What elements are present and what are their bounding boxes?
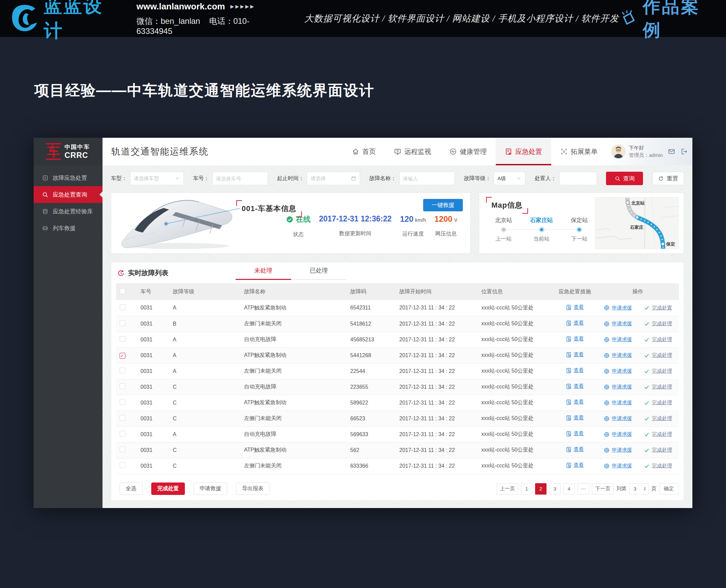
view-link[interactable]: 查看 <box>566 462 584 468</box>
request-rescue-link[interactable]: 申请求援 <box>612 415 632 422</box>
row-checkbox[interactable] <box>120 383 125 389</box>
cell-fault-name: 自动充电故障 <box>238 379 346 395</box>
tab-已处理[interactable]: 已处理 <box>291 267 347 280</box>
complete-link[interactable]: 完成处理 <box>652 352 672 358</box>
request-rescue-link[interactable]: 申请求援 <box>612 305 632 311</box>
view-link[interactable]: 查看 <box>566 320 584 326</box>
row-checkbox[interactable] <box>120 320 125 326</box>
page-2-button[interactable]: 2 <box>535 483 546 495</box>
view-link[interactable]: 查看 <box>566 304 584 311</box>
one-key-rescue-button[interactable]: 一键救援 <box>423 199 463 211</box>
page-3-button[interactable]: 3 <box>549 483 561 495</box>
cell-location: xxx站-ccc站 50公里处 <box>477 395 553 411</box>
tab-未处理[interactable]: 未处理 <box>235 267 291 280</box>
logout-icon[interactable] <box>680 148 688 155</box>
mail-icon[interactable] <box>668 148 675 155</box>
nav-item-label: 应急处置 <box>515 147 542 156</box>
view-link[interactable]: 查看 <box>566 399 584 405</box>
row-checkbox[interactable] <box>120 431 125 437</box>
complete-link[interactable]: 完成处理 <box>652 415 672 422</box>
complete-link[interactable]: 完成处理 <box>652 447 672 453</box>
row-checkbox[interactable] <box>120 462 125 468</box>
ring-icon <box>604 337 610 343</box>
row-checkbox[interactable] <box>120 399 125 405</box>
date-range-picker[interactable]: 请选择 <box>307 172 360 185</box>
confirm-button[interactable]: 确定 <box>659 483 679 495</box>
emergency-doc-icon <box>505 148 512 155</box>
view-link[interactable]: 查看 <box>566 336 584 342</box>
view-link[interactable]: 查看 <box>566 367 584 374</box>
page-1-button[interactable]: 1 <box>521 483 533 495</box>
request-rescue-link[interactable]: 申请求援 <box>612 399 632 406</box>
cell-fault-name: 自动充电故障 <box>238 426 346 442</box>
cell-fault-code: 569633 <box>346 426 395 442</box>
request-rescue-link[interactable]: 申请求援 <box>612 336 632 343</box>
view-link[interactable]: 查看 <box>566 430 584 437</box>
reset-button[interactable]: 重置 <box>652 172 684 185</box>
goto-page-input[interactable]: 3 <box>629 483 649 495</box>
complete-link[interactable]: 完成处理 <box>652 336 672 343</box>
request-rescue-link[interactable]: 申请求援 <box>612 431 632 438</box>
cell-fault-code: 633366 <box>346 458 395 474</box>
complete-link[interactable]: 完成处理 <box>652 368 672 374</box>
export-report-button[interactable]: 导出报表 <box>236 483 270 495</box>
row-checkbox[interactable] <box>120 368 125 373</box>
complete-link[interactable]: 完成处理 <box>652 463 672 469</box>
request-rescue-link[interactable]: 申请求援 <box>612 368 632 374</box>
row-checkbox[interactable] <box>120 304 125 310</box>
fault-level-select[interactable]: A级 <box>494 172 525 185</box>
contact-block: www.lanlanwork.com ▶▶▶▶▶ 微信：ben_lanlan 电… <box>137 1 274 36</box>
request-rescue-link[interactable]: 申请求援 <box>612 352 632 358</box>
prev-page-button[interactable]: 上一页 <box>496 483 518 495</box>
fault-name-input[interactable] <box>399 172 455 185</box>
request-rescue-link[interactable]: 申请求援 <box>612 320 632 327</box>
request-rescue-link[interactable]: 申请求援 <box>612 447 632 453</box>
app-header: 车 中国中车 CRRC 轨道交通智能运维系统 首页远程监视健康管理应急处置拓展菜… <box>34 138 692 165</box>
handler-input[interactable] <box>559 172 597 185</box>
complete-link[interactable]: 完成处理 <box>652 431 672 438</box>
nav-item-remote-monitor[interactable]: 远程监视 <box>385 138 440 165</box>
nav-item-home[interactable]: 首页 <box>343 138 385 165</box>
nav-item-health-management[interactable]: 健康管理 <box>440 138 496 165</box>
page-⋯-button[interactable]: ⋯ <box>577 483 589 495</box>
search-button[interactable]: 查询 <box>606 172 643 185</box>
request-rescue-link[interactable]: 申请求援 <box>612 463 632 469</box>
complete-handling-button[interactable]: 完成处置 <box>151 483 185 495</box>
check-icon <box>644 416 650 422</box>
page-4-button[interactable]: 4 <box>563 483 575 495</box>
complete-link[interactable]: 完成处理 <box>652 320 672 327</box>
request-rescue-link[interactable]: 申请求援 <box>612 384 632 390</box>
complete-link[interactable]: 完成处理 <box>652 399 672 406</box>
next-page-button[interactable]: 下一页 <box>592 483 614 495</box>
sidebar-item-emergency-experience-library[interactable]: 应急处置经验库 <box>34 203 103 220</box>
avatar[interactable] <box>611 145 625 159</box>
train-icon <box>42 225 48 231</box>
cell-location: xxx站-ccc站 50公里处 <box>477 411 553 426</box>
nav-item-expand-menu[interactable]: 拓展菜单 <box>551 138 607 165</box>
sidebar-item-train-rescue[interactable]: 列车救援 <box>34 220 103 236</box>
view-link[interactable]: 查看 <box>566 352 584 358</box>
sidebar-item-label: 应急处置查询 <box>53 191 87 198</box>
view-link[interactable]: 查看 <box>566 383 584 390</box>
sidebar-item-emergency-handling-query[interactable]: 应急处置查询 <box>34 186 103 203</box>
select-all-checkbox[interactable] <box>120 288 125 294</box>
row-checkbox[interactable]: ✓ <box>120 353 125 358</box>
select-all-button[interactable]: 全选 <box>120 483 143 495</box>
complete-link[interactable]: 完成处置 <box>652 305 672 311</box>
doc-search-icon <box>566 336 572 342</box>
view-link[interactable]: 查看 <box>566 446 584 453</box>
cell-fault-level: B <box>168 316 238 332</box>
request-rescue-button[interactable]: 申请救援 <box>193 483 227 495</box>
view-link[interactable]: 查看 <box>566 415 584 421</box>
car-number-input[interactable] <box>212 172 268 185</box>
doc-search-icon <box>566 431 572 437</box>
speed-stat: 120km/h 运行速度 <box>400 214 426 238</box>
nav-item-emergency-handling[interactable]: 应急处置 <box>496 138 551 165</box>
row-checkbox[interactable] <box>120 415 125 421</box>
portfolio-badge: 作品案例 <box>619 0 713 42</box>
row-checkbox[interactable] <box>120 336 125 342</box>
complete-link[interactable]: 完成处理 <box>652 384 672 390</box>
car-type-select[interactable]: 请选择车型 <box>130 172 184 185</box>
row-checkbox[interactable] <box>120 446 125 452</box>
sidebar-item-fault-emergency-handling[interactable]: 故障应急处置 <box>34 169 103 186</box>
